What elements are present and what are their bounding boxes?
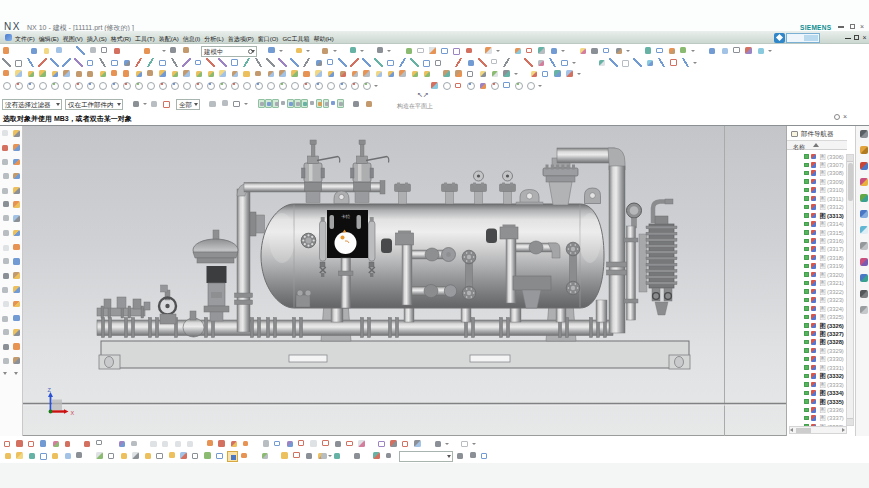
svg-text:X: X: [71, 410, 75, 416]
svg-text:Z: Z: [48, 387, 52, 393]
